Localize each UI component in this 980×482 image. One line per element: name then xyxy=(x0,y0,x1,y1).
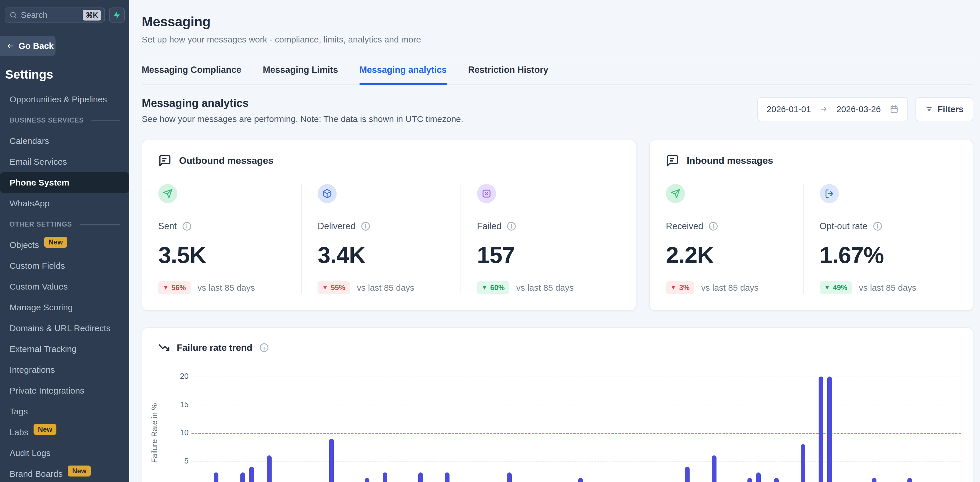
new-badge: New xyxy=(68,466,91,477)
date-to-value[interactable]: 2026-03-26 xyxy=(837,104,881,114)
trending-down-icon xyxy=(158,342,170,354)
sidebar-item-private-integrations[interactable]: Private Integrations xyxy=(0,380,129,401)
sidebar-item-label: Custom Fields xyxy=(10,261,65,271)
sidebar-item-label: Calendars xyxy=(10,136,49,146)
info-icon[interactable] xyxy=(259,343,269,352)
metric-failed: Failed157▼60%vs last 85 days xyxy=(460,184,620,294)
y-tick-label: 20 xyxy=(180,372,189,381)
go-back-button[interactable]: Go Back xyxy=(0,36,56,56)
main-content: Messaging Set up how your messages work … xyxy=(129,0,980,482)
bar-jan-29 xyxy=(445,472,450,482)
page-title: Messaging xyxy=(142,14,974,30)
sidebar-nav: Opportunities & PipelinesBUSINESS SERVIC… xyxy=(0,89,129,482)
info-icon[interactable] xyxy=(708,221,718,231)
sidebar-item-labs[interactable]: LabsNew xyxy=(0,422,129,443)
xsquare-icon-bubble xyxy=(477,184,496,203)
info-icon xyxy=(361,221,371,231)
bar-jan-7 xyxy=(249,467,254,482)
info-icon xyxy=(182,221,192,231)
sidebar-item-label: WhatsApp xyxy=(10,198,49,208)
sidebar-item-calendars[interactable]: Calendars xyxy=(0,131,129,151)
sidebar-item-label: Domains & URL Redirects xyxy=(10,323,110,333)
compare-label: vs last 85 days xyxy=(701,283,759,293)
bar-mar-7 xyxy=(774,478,779,482)
info-icon[interactable] xyxy=(873,221,883,231)
compare-label: vs last 85 days xyxy=(516,283,574,293)
bar-jan-9 xyxy=(267,455,272,482)
search-shortcut-chip: ⌘K xyxy=(83,10,101,21)
chart-header: Failure rate trend xyxy=(142,328,973,354)
bar-feb-25 xyxy=(685,467,690,482)
date-range-picker[interactable]: 2026-01-01 2026-03-26 xyxy=(757,97,908,121)
sidebar-item-whatsapp[interactable]: WhatsApp xyxy=(0,193,129,214)
info-icon[interactable] xyxy=(182,221,192,231)
quick-actions-button[interactable] xyxy=(109,8,125,22)
sidebar-item-external-tracking[interactable]: External Tracking xyxy=(0,339,129,360)
info-icon xyxy=(708,221,718,231)
card-inbound-messages: Inbound messagesReceived2.2K▼3%vs last 8… xyxy=(649,140,974,311)
search-placeholder: Search xyxy=(21,10,79,20)
sidebar-item-email-services[interactable]: Email Services xyxy=(0,151,129,172)
send-icon-bubble xyxy=(158,184,177,203)
sidebar-item-tags[interactable]: Tags xyxy=(0,401,129,422)
tab-messaging-analytics[interactable]: Messaging analytics xyxy=(360,65,447,85)
sidebar-item-brand-boards[interactable]: Brand BoardsNew xyxy=(0,463,129,482)
sidebar-item-manage-scoring[interactable]: Manage Scoring xyxy=(0,297,129,318)
send-icon-bubble xyxy=(666,184,685,203)
sidebar-item-custom-values[interactable]: Custom Values xyxy=(0,276,129,297)
card-outbound-messages: Outbound messagesSent3.5K▼56%vs last 85 … xyxy=(142,140,636,311)
calendar-icon xyxy=(889,105,899,114)
message-icon xyxy=(158,154,172,167)
compare-label: vs last 85 days xyxy=(859,283,916,293)
tab-messaging-compliance[interactable]: Messaging Compliance xyxy=(142,65,242,85)
gridline-15 xyxy=(191,405,961,406)
analytics-title: Messaging analytics xyxy=(142,97,463,109)
sidebar-section-label: BUSINESS SERVICES xyxy=(10,116,84,124)
gridline-20 xyxy=(191,377,961,377)
sidebar-item-audit-logs[interactable]: Audit Logs xyxy=(0,443,129,463)
bar-jan-3 xyxy=(214,472,218,482)
triangle-down-icon: ▼ xyxy=(322,284,328,291)
sidebar-item-label: Email Services xyxy=(10,157,67,167)
sidebar-search-row: Search ⌘K xyxy=(0,0,129,22)
chart-y-ticks: 05101520 xyxy=(160,377,189,482)
tab-messaging-limits[interactable]: Messaging Limits xyxy=(263,65,338,85)
bar-jan-20 xyxy=(365,478,369,482)
sidebar-item-opportunities-pipelines[interactable]: Opportunities & Pipelines xyxy=(0,89,129,110)
sidebar-section-label: OTHER SETTINGS xyxy=(10,220,72,228)
sidebar-item-phone-system[interactable]: Phone System xyxy=(0,172,129,193)
metric-value: 3.4K xyxy=(318,242,460,268)
bar-jan-22 xyxy=(383,472,387,482)
bar-feb-5 xyxy=(507,472,512,482)
metric-label: Received xyxy=(666,221,703,231)
bar-mar-5 xyxy=(756,472,761,482)
sidebar-item-domains-url-redirects[interactable]: Domains & URL Redirects xyxy=(0,318,129,339)
sidebar-item-objects[interactable]: ObjectsNew xyxy=(0,235,129,255)
metric-cards-row: Outbound messagesSent3.5K▼56%vs last 85 … xyxy=(142,140,974,311)
sidebar-item-integrations[interactable]: Integrations xyxy=(0,360,129,380)
sidebar-item-label: Brand Boards xyxy=(10,469,62,479)
bar-mar-13 xyxy=(827,377,832,482)
sidebar-item-custom-fields[interactable]: Custom Fields xyxy=(0,255,129,276)
compare-label: vs last 85 days xyxy=(197,283,255,293)
delta-badge: ▼56% xyxy=(158,281,191,294)
metric-opt-out-rate: Opt-out rate1.67%▼49%vs last 85 days xyxy=(803,184,957,294)
threshold-line xyxy=(191,433,961,434)
info-icon[interactable] xyxy=(361,221,371,231)
bar-mar-10 xyxy=(801,444,805,482)
metric-label: Delivered xyxy=(318,221,355,231)
sidebar-item-label: Opportunities & Pipelines xyxy=(10,95,107,104)
search-input[interactable]: Search ⌘K xyxy=(5,8,105,22)
logout-icon xyxy=(824,189,834,198)
metric-value: 157 xyxy=(477,242,620,268)
date-from-value[interactable]: 2026-01-01 xyxy=(767,104,811,114)
page-subtitle: Set up how your messages work - complian… xyxy=(142,35,974,44)
filters-button[interactable]: Filters xyxy=(915,97,974,121)
gridline-5 xyxy=(191,461,961,462)
info-icon xyxy=(873,221,883,231)
sidebar-item-label: Integrations xyxy=(10,365,55,375)
tab-restriction-history[interactable]: Restriction History xyxy=(468,65,548,85)
sidebar-section-business-services: BUSINESS SERVICES xyxy=(0,110,129,131)
section-divider xyxy=(80,224,120,225)
info-icon[interactable] xyxy=(506,221,516,231)
